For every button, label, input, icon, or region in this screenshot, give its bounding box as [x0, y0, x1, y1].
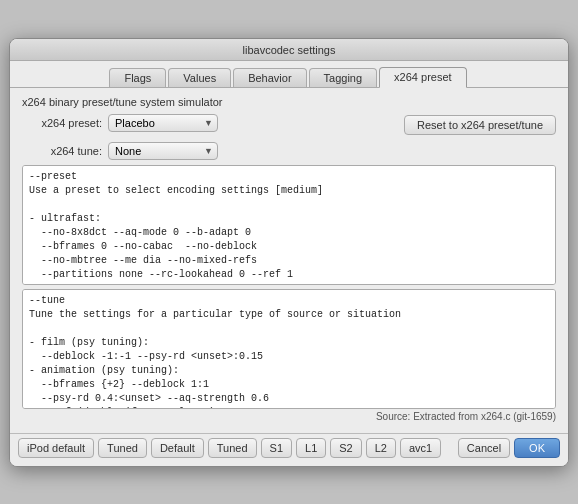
- tune-select-wrapper: None film animation grain stillimage psn…: [108, 142, 218, 160]
- ok-button[interactable]: OK: [514, 438, 560, 458]
- l2-button[interactable]: L2: [366, 438, 396, 458]
- tune-label: x264 tune:: [22, 145, 102, 157]
- tab-tagging[interactable]: Tagging: [309, 68, 378, 87]
- tune-form-row: x264 tune: None film animation grain sti…: [22, 142, 556, 160]
- tab-bar: Flags Values Behavior Tagging x264 prese…: [10, 61, 568, 88]
- tuned2-button[interactable]: Tuned: [208, 438, 257, 458]
- tab-values[interactable]: Values: [168, 68, 231, 87]
- preset-select[interactable]: Placebo ultrafast superfast veryfast fas…: [108, 114, 218, 132]
- preset-text-box: --preset Use a preset to select encoding…: [22, 165, 556, 285]
- tune-text-box: --tune Tune the settings for a particula…: [22, 289, 556, 409]
- preset-form-row: x264 preset: Placebo ultrafast superfast…: [22, 114, 404, 132]
- window-title: libavcodec settings: [243, 44, 336, 56]
- s2-button[interactable]: S2: [330, 438, 361, 458]
- preset-row: x264 preset: Placebo ultrafast superfast…: [22, 114, 556, 137]
- tab-x264preset[interactable]: x264 preset: [379, 67, 466, 88]
- preset-select-wrapper: Placebo ultrafast superfast veryfast fas…: [108, 114, 218, 132]
- main-content: x264 binary preset/tune system simulator…: [10, 88, 568, 433]
- l1-button[interactable]: L1: [296, 438, 326, 458]
- tab-behavior[interactable]: Behavior: [233, 68, 306, 87]
- default-button[interactable]: Default: [151, 438, 204, 458]
- tuned1-button[interactable]: Tuned: [98, 438, 147, 458]
- cancel-button[interactable]: Cancel: [458, 438, 510, 458]
- preset-label: x264 preset:: [22, 117, 102, 129]
- titlebar: libavcodec settings: [10, 39, 568, 61]
- bottom-bar: iPod default Tuned Default Tuned S1 L1 S…: [10, 433, 568, 466]
- main-window: libavcodec settings Flags Values Behavio…: [9, 38, 569, 467]
- tune-select[interactable]: None film animation grain stillimage psn…: [108, 142, 218, 160]
- tab-flags[interactable]: Flags: [109, 68, 166, 87]
- s1-button[interactable]: S1: [261, 438, 292, 458]
- ipod-default-button[interactable]: iPod default: [18, 438, 94, 458]
- avc1-button[interactable]: avc1: [400, 438, 441, 458]
- source-line: Source: Extracted from x264.c (git-1659): [22, 411, 556, 422]
- reset-button[interactable]: Reset to x264 preset/tune: [404, 115, 556, 135]
- subtitle: x264 binary preset/tune system simulator: [22, 96, 556, 108]
